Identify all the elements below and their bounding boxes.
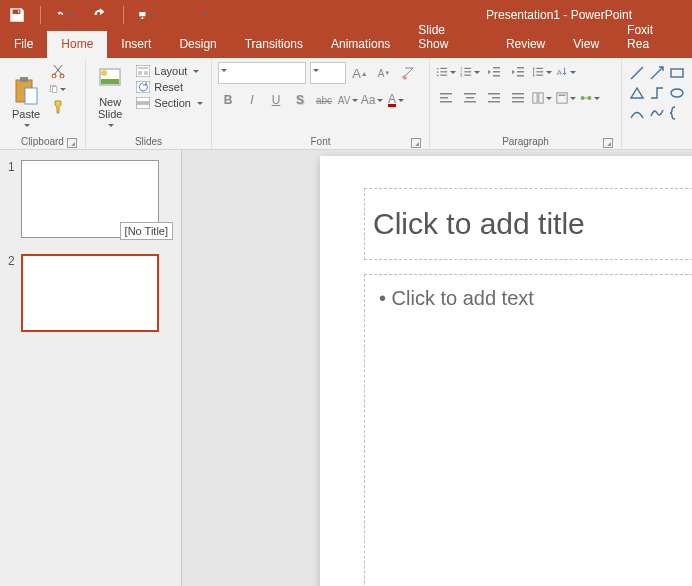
- shape-line-icon[interactable]: [628, 64, 646, 82]
- group-drawing: [622, 58, 692, 149]
- svg-rect-9: [101, 79, 119, 84]
- slide-thumbnail-pane[interactable]: 1 [No Title] 2: [0, 150, 182, 586]
- align-text-icon[interactable]: [556, 88, 576, 108]
- svg-rect-33: [517, 71, 524, 73]
- reset-button[interactable]: Reset: [134, 80, 205, 94]
- tab-slideshow[interactable]: Slide Show: [404, 17, 492, 58]
- tab-foxit[interactable]: Foxit Rea: [613, 17, 692, 58]
- thumbnail-2[interactable]: [21, 254, 159, 332]
- shape-freeform-icon[interactable]: [648, 104, 666, 122]
- svg-rect-31: [493, 75, 500, 77]
- align-left-icon[interactable]: [436, 88, 456, 108]
- title-placeholder[interactable]: Click to add title: [364, 188, 692, 260]
- bullets-icon[interactable]: [436, 62, 456, 82]
- section-button[interactable]: Section: [134, 96, 205, 110]
- italic-icon[interactable]: I: [242, 90, 262, 110]
- svg-rect-39: [440, 93, 452, 95]
- paragraph-group-label: Paragraph: [502, 136, 549, 147]
- clipboard-group-label: Clipboard: [21, 136, 64, 147]
- shape-arrow-icon[interactable]: [648, 64, 666, 82]
- copy-icon[interactable]: [50, 81, 66, 97]
- group-paragraph: 123 A Paragraph: [430, 58, 622, 149]
- shape-brace-icon[interactable]: [668, 104, 686, 122]
- svg-rect-18: [440, 68, 447, 69]
- thumbnail-2-row: 2: [8, 254, 173, 332]
- svg-rect-1: [20, 77, 28, 82]
- font-color-label: A: [388, 94, 396, 107]
- underline-icon[interactable]: U: [266, 90, 286, 110]
- svg-text:A: A: [557, 68, 563, 77]
- change-case-icon[interactable]: Aa: [362, 90, 382, 110]
- undo-icon[interactable]: [55, 6, 73, 24]
- layout-button[interactable]: Layout: [134, 64, 205, 78]
- clipboard-launcher[interactable]: [67, 138, 77, 148]
- svg-rect-47: [488, 101, 500, 103]
- svg-rect-37: [536, 75, 543, 76]
- tab-review[interactable]: Review: [492, 31, 559, 58]
- start-from-beginning-icon[interactable]: [138, 6, 156, 24]
- numbering-icon[interactable]: 123: [460, 62, 480, 82]
- section-label: Section: [154, 97, 191, 109]
- ribbon: Paste Clipboard New Slide Layout Reset S…: [0, 58, 692, 150]
- shape-triangle-icon[interactable]: [628, 84, 646, 102]
- text-shadow-icon[interactable]: S: [290, 90, 310, 110]
- decrease-indent-icon[interactable]: [484, 62, 504, 82]
- slide[interactable]: Click to add title • Click to add text: [320, 156, 692, 586]
- title-placeholder-text: Click to add title: [373, 207, 585, 241]
- shape-curve-icon[interactable]: [628, 104, 646, 122]
- svg-rect-36: [536, 71, 543, 72]
- tab-home[interactable]: Home: [47, 31, 107, 58]
- strikethrough-icon[interactable]: abc: [314, 90, 334, 110]
- bold-icon[interactable]: B: [218, 90, 238, 110]
- shape-elbow-icon[interactable]: [648, 84, 666, 102]
- tab-view[interactable]: View: [559, 31, 613, 58]
- tab-design[interactable]: Design: [165, 31, 230, 58]
- paragraph-launcher[interactable]: [603, 138, 613, 148]
- font-group-label: Font: [310, 136, 330, 147]
- paste-button[interactable]: Paste: [6, 62, 46, 128]
- tab-transitions[interactable]: Transitions: [231, 31, 317, 58]
- text-direction-icon[interactable]: A: [556, 62, 576, 82]
- shapes-gallery[interactable]: [628, 62, 686, 122]
- align-right-icon[interactable]: [484, 88, 504, 108]
- thumbnail-number: 1: [8, 160, 15, 174]
- increase-font-icon[interactable]: A▲: [350, 63, 370, 83]
- justify-icon[interactable]: [508, 88, 528, 108]
- save-icon[interactable]: [8, 6, 26, 24]
- char-spacing-icon[interactable]: AV: [338, 90, 358, 110]
- slide-canvas[interactable]: Click to add title • Click to add text: [182, 150, 692, 586]
- format-painter-icon[interactable]: [50, 99, 66, 115]
- svg-rect-35: [536, 68, 543, 69]
- svg-rect-43: [466, 97, 474, 99]
- group-clipboard: Paste Clipboard: [0, 58, 86, 149]
- tab-file[interactable]: File: [0, 31, 47, 58]
- tab-insert[interactable]: Insert: [107, 31, 165, 58]
- font-launcher[interactable]: [411, 138, 421, 148]
- shape-oval-icon[interactable]: [668, 84, 686, 102]
- body-placeholder-text: • Click to add text: [379, 287, 534, 309]
- group-slides: New Slide Layout Reset Section Slides: [86, 58, 212, 149]
- align-center-icon[interactable]: [460, 88, 480, 108]
- smartart-icon[interactable]: [580, 88, 600, 108]
- svg-rect-45: [488, 93, 500, 95]
- new-slide-button[interactable]: New Slide: [92, 62, 128, 128]
- svg-rect-12: [138, 71, 142, 75]
- svg-rect-24: [464, 68, 471, 69]
- decrease-font-icon[interactable]: A▼: [374, 63, 394, 83]
- qat-customize-icon[interactable]: [196, 6, 214, 24]
- redo-icon[interactable]: [91, 6, 109, 24]
- line-spacing-icon[interactable]: [532, 62, 552, 82]
- clear-format-icon[interactable]: [398, 63, 418, 83]
- font-size-select[interactable]: [310, 62, 346, 84]
- tab-animations[interactable]: Animations: [317, 31, 404, 58]
- font-family-select[interactable]: [218, 62, 306, 84]
- increase-indent-icon[interactable]: [508, 62, 528, 82]
- font-color-icon[interactable]: A: [386, 90, 406, 110]
- columns-icon[interactable]: [532, 88, 552, 108]
- svg-rect-54: [559, 95, 566, 96]
- svg-rect-20: [440, 71, 447, 72]
- content-placeholder[interactable]: • Click to add text: [364, 274, 692, 586]
- svg-rect-13: [144, 71, 148, 75]
- cut-icon[interactable]: [50, 63, 66, 79]
- shape-rect-icon[interactable]: [668, 64, 686, 82]
